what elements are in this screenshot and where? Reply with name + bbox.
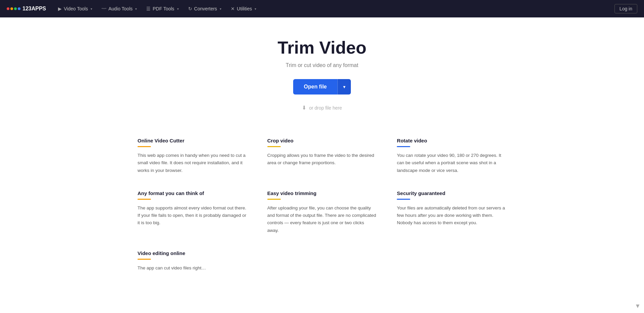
nav-item-pdf-tools[interactable]: ☰ PDF Tools ▾ <box>142 4 182 13</box>
feature-item: Crop videoCropping allows you to frame t… <box>267 138 377 174</box>
video-tools-icon: ▶ <box>58 6 62 11</box>
open-file-dropdown-button[interactable]: ▾ <box>337 79 351 95</box>
nav-item-converters-label: Converters <box>194 6 217 11</box>
feature-title: Easy video trimming <box>267 190 377 196</box>
page-title: Trim Video <box>7 38 637 58</box>
feature-text: After uploading your file, you can choos… <box>267 204 377 234</box>
drop-hint: ⬇ or drop file here <box>302 105 342 111</box>
brand-name: 123APPS <box>22 6 46 12</box>
logo-dot-blue <box>18 7 20 10</box>
nav-item-video-tools[interactable]: ▶ Video Tools ▾ <box>54 4 96 13</box>
nav-items: ▶ Video Tools ▾ 〰 Audio Tools ▾ ☰ PDF To… <box>54 4 614 13</box>
feature-divider <box>397 199 410 200</box>
feature-item: Security guaranteedYour files are automa… <box>397 190 506 234</box>
feature-text: The app can cut video files right… <box>138 264 247 272</box>
logo-dot-yellow <box>10 7 13 10</box>
feature-item: Video editing onlineThe app can cut vide… <box>138 250 247 272</box>
feature-text: You can rotate your video 90, 180 or 270… <box>397 152 506 174</box>
feature-text: The app supports almost every video form… <box>138 204 247 227</box>
nav-item-audio-tools[interactable]: 〰 Audio Tools ▾ <box>98 4 141 13</box>
scroll-indicator: ▼ <box>635 303 641 310</box>
logo-dot-red <box>7 7 9 10</box>
nav-item-video-tools-label: Video Tools <box>64 6 88 11</box>
feature-divider <box>138 146 151 147</box>
feature-text: Your files are automatically deleted fro… <box>397 204 506 227</box>
utilities-icon: ✕ <box>231 6 235 11</box>
feature-title: Rotate video <box>397 138 506 143</box>
nav-item-utilities[interactable]: ✕ Utilities ▾ <box>227 4 260 13</box>
brand-logo[interactable]: 123APPS <box>7 6 46 12</box>
open-file-button-group: Open file ▾ <box>293 79 351 95</box>
open-file-button[interactable]: Open file <box>293 79 337 95</box>
feature-item: Any format you can think ofThe app suppo… <box>138 190 247 234</box>
feature-divider <box>267 146 281 147</box>
main-content: Trim Video Trim or cut video of any form… <box>0 17 644 313</box>
feature-title: Any format you can think of <box>138 190 247 196</box>
feature-divider <box>138 199 151 200</box>
converters-icon: ↻ <box>188 6 192 11</box>
hero-section: Trim Video Trim or cut video of any form… <box>7 38 637 111</box>
download-icon: ⬇ <box>302 105 306 111</box>
chevron-down-icon-4: ▾ <box>220 7 221 11</box>
pdf-tools-icon: ☰ <box>146 6 151 11</box>
login-button[interactable]: Log in <box>614 4 637 13</box>
feature-title: Security guaranteed <box>397 190 506 196</box>
chevron-down-icon: ▾ <box>91 7 92 11</box>
feature-text: Cropping allows you to frame the video t… <box>267 152 377 167</box>
feature-title: Online Video Cutter <box>138 138 247 143</box>
feature-item: Online Video CutterThis web app comes in… <box>138 138 247 174</box>
feature-title: Video editing online <box>138 250 247 256</box>
navbar: 123APPS ▶ Video Tools ▾ 〰 Audio Tools ▾ … <box>0 0 644 17</box>
feature-text: This web app comes in handy when you nee… <box>138 152 247 174</box>
audio-tools-icon: 〰 <box>102 6 106 11</box>
logo-dot-green <box>14 7 17 10</box>
nav-item-pdf-tools-label: PDF Tools <box>153 6 174 11</box>
page-subtitle: Trim or cut video of any format <box>7 62 637 68</box>
feature-title: Crop video <box>267 138 377 143</box>
feature-divider <box>138 259 151 260</box>
feature-divider <box>397 146 410 147</box>
drop-label: or drop file here <box>309 105 342 111</box>
feature-divider <box>267 199 281 200</box>
chevron-down-icon-3: ▾ <box>177 7 179 11</box>
nav-item-converters[interactable]: ↻ Converters ▾ <box>184 4 225 13</box>
features-grid: Online Video CutterThis web app comes in… <box>138 138 506 272</box>
chevron-down-icon-2: ▾ <box>135 7 137 11</box>
feature-item: Rotate videoYou can rotate your video 90… <box>397 138 506 174</box>
feature-item: Easy video trimmingAfter uploading your … <box>267 190 377 234</box>
nav-item-utilities-label: Utilities <box>237 6 252 11</box>
logo-dots <box>7 7 20 10</box>
nav-item-audio-tools-label: Audio Tools <box>108 6 132 11</box>
chevron-down-icon-5: ▾ <box>255 7 256 11</box>
